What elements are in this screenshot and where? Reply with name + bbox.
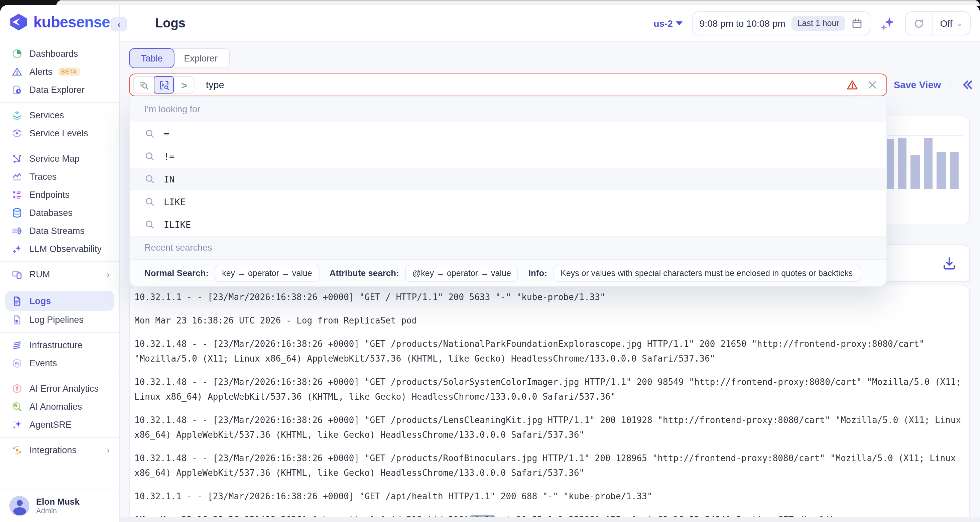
sidebar-item-service-levels[interactable]: Service Levels [0,124,119,142]
collapse-panel-button[interactable] [960,78,974,92]
sidebar-item-service-map[interactable]: Service Map [0,150,119,168]
sidebar-item-log-pipelines[interactable]: Log Pipelines [0,311,119,329]
log-row[interactable]: 10.32.1.1 - - [23/Mar/2026:16:38:26 +000… [134,489,961,504]
log-row[interactable]: 10.32.1.1 - - [23/Mar/2026:16:38:26 +000… [134,290,961,305]
clear-search-button[interactable] [862,80,882,90]
help-label: Attribute search: [329,268,399,278]
tab-explorer[interactable]: Explorer [171,48,230,68]
bottom-scroll-strip[interactable] [120,517,980,522]
error-hexagon-icon [11,383,23,394]
sidebar-item-services[interactable]: Services [0,106,119,124]
search-input[interactable]: type [206,80,842,90]
sparkles-icon [11,243,23,255]
view-tabs: Table Explorer [129,48,230,68]
user-name: Elon Musk [36,497,80,507]
caret-down-icon [676,21,683,25]
traces-icon [11,171,23,183]
logo[interactable]: kubesense [0,5,119,40]
divider [950,78,951,92]
logs-list: 10.32.1.1 - - [23/Mar/2026:16:38:26 +000… [129,285,970,522]
query-search-mode-button[interactable] [154,76,174,94]
calendar-icon [851,18,863,29]
help-pill: Keys or values with special characters m… [553,264,860,282]
operator-option-equals[interactable]: = [130,122,886,145]
terminal-search-icon [158,79,169,91]
k8-events-icon: K8 [11,358,23,369]
data-streams-icon [11,225,23,237]
sidebar-item-databases[interactable]: Databases [0,204,119,222]
log-row[interactable]: 10.32.1.48 - - [23/Mar/2026:16:38:26 +00… [134,451,961,481]
search-mode-group: > [133,76,194,94]
sidebar-item-alerts[interactable]: Alerts BETA [0,63,119,81]
search-icon [145,151,155,161]
recent-searches-heading: Recent searches [130,236,886,259]
time-range-text: 9:08 pm to 10:08 pm [700,18,786,29]
search-suggestions-dropdown: I'm looking for = != IN LIKE [129,97,887,286]
kubesense-logo-icon [10,13,28,32]
sidebar-item-dashboards[interactable]: Dashboards [0,45,119,63]
operator-option-like[interactable]: LIKE [130,190,886,213]
warning-triangle-icon [846,79,858,91]
operator-option-not-equals[interactable]: != [130,145,886,167]
log-volume-histogram [885,138,959,189]
region-selector[interactable]: us-2 [654,18,683,29]
svg-text:K8: K8 [15,361,19,365]
sidebar-item-data-streams[interactable]: Data Streams [0,222,119,240]
log-row[interactable]: 10.32.1.48 - - [23/Mar/2026:16:38:26 +00… [134,413,961,442]
rum-icon [11,269,23,280]
log-pipelines-icon [11,314,23,326]
sidebar-item-agentsre[interactable]: AgentSRE [0,416,119,434]
search-icon [145,128,155,139]
histogram-bar[interactable] [910,155,920,189]
log-row[interactable]: 10.32.1.48 - - [23/Mar/2026:16:38:26 +00… [134,375,961,404]
histogram-bar[interactable] [950,152,959,189]
main-content: Logs us-2 9:08 pm to 10:08 pm Last 1 hou… [120,5,980,522]
sidebar-item-logs[interactable]: Logs [5,291,114,311]
sidebar-item-data-explorer[interactable]: Data Explorer [0,81,119,99]
download-icon[interactable] [941,255,957,271]
sidebar-item-traces[interactable]: Traces [0,168,119,186]
logo-text: kubesense [33,13,110,31]
log-row[interactable]: Mon Mar 23 16:38:26 UTC 2026 - Log from … [134,314,961,328]
page-title: Logs [155,16,186,31]
search-icon [145,219,155,229]
sidebar-item-ai-error-analytics[interactable]: AI Error Analytics [0,380,119,398]
histogram-bar[interactable] [897,138,907,189]
top-bar: Logs us-2 9:08 pm to 10:08 pm Last 1 hou… [120,5,980,42]
sidebar-item-rum[interactable]: RUM › [0,265,119,283]
pie-chart-icon [11,48,23,59]
services-icon [11,110,23,121]
tab-table[interactable]: Table [129,48,175,68]
histogram-bar[interactable] [937,152,946,189]
greater-than-icon: > [181,79,187,91]
auto-refresh-dropdown[interactable]: Off ⌄ [932,12,970,35]
logs-document-icon [11,295,23,306]
operator-option-in[interactable]: IN [130,167,886,190]
refresh-button[interactable] [906,12,932,35]
endpoints-icon [11,189,23,201]
sidebar-item-endpoints[interactable]: Endpoints [0,186,119,204]
sidebar-item-events[interactable]: K8 Events [0,354,119,372]
help-pill: key → operator → value [215,264,320,282]
sidebar-item-llm-observability[interactable]: LLM Observability [0,240,119,258]
log-row[interactable]: 10.32.1.48 - - [23/Mar/2026:16:38:26 +00… [134,337,961,366]
save-view-button[interactable]: Save View [894,80,941,90]
operator-option-ilike[interactable]: ILIKE [130,213,886,236]
divider [0,376,119,376]
sidebar-item-integrations[interactable]: Integrations › [0,441,119,459]
prompt-mode-button[interactable]: > [174,77,194,93]
sidebar-item-ai-anomalies[interactable]: AI Anomalies [0,398,119,416]
ai-sparkles-button[interactable] [880,15,896,32]
time-range-picker[interactable]: 9:08 pm to 10:08 pm Last 1 hour [692,11,871,35]
save-view-area: Save View [894,73,974,96]
histogram-bar[interactable] [924,138,932,189]
search-error-indicator[interactable] [842,79,862,91]
auto-refresh-control: Off ⌄ [905,11,970,35]
list-search-mode-button[interactable] [134,77,154,93]
help-label: Normal Search: [145,268,208,278]
user-card[interactable]: Elon Musk Admin [0,489,119,522]
sidebar-collapse-button[interactable]: ‹ [111,17,127,32]
user-role: Admin [36,507,80,515]
sidebar-item-infrastructure[interactable]: Infrastructure [0,336,119,354]
app-window: kubesense ‹ Dashboards Alerts BETA Data … [0,5,980,522]
